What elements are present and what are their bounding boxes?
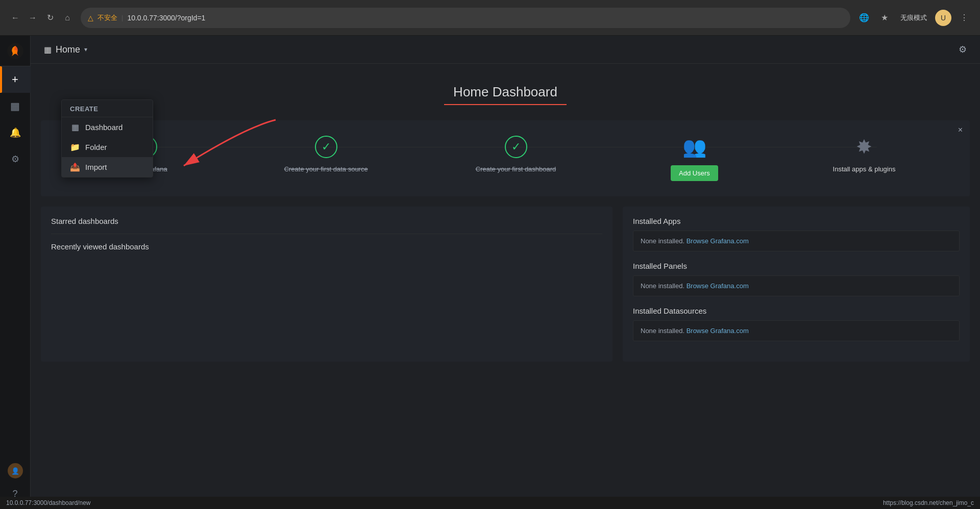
step-check-dashboard: ✓	[505, 136, 527, 158]
address-text: 10.0.0.77:3000/?orgId=1	[127, 14, 205, 22]
svg-point-1	[13, 50, 17, 54]
bottom-right-url: https://blog.csdn.net/chen_jimo_c	[883, 499, 974, 506]
main-area: ▦ Home ▾ ⚙ Create ▦ Dashboard 📁 Folder 📤	[31, 36, 980, 509]
sidebar-item-configuration[interactable]: ⚙	[0, 146, 31, 172]
add-users-button[interactable]: Add Users	[671, 165, 718, 181]
sidebar-item-dashboards[interactable]: ▦	[0, 93, 31, 119]
step-label-dashboard: Create your first dashboard	[476, 165, 556, 173]
setup-steps: × ✓ Install Grafana ✓ Create your first …	[41, 120, 970, 196]
step-label-datasource: Create your first data source	[284, 165, 368, 173]
app-container: + ▦ 🔔 ⚙ 👤 ? ▦ Home ▾	[0, 36, 980, 509]
user-avatar-chrome[interactable]: U	[935, 10, 951, 26]
chevron-down-icon: ▾	[84, 46, 87, 53]
home-nav[interactable]: ▦ Home ▾	[39, 41, 92, 58]
bottom-left-url: 10.0.0.77:3000/dashboard/new	[6, 499, 90, 506]
page-title-underline	[444, 104, 567, 105]
settings-icon: ⚙	[959, 44, 967, 55]
dropdown-item-folder[interactable]: 📁 Folder	[62, 137, 153, 157]
step-install-plugins: ✸ Install apps & plugins	[833, 136, 896, 173]
divider-1	[51, 234, 602, 234]
dashboard-menu-label: Dashboard	[85, 123, 122, 132]
topbar-settings-button[interactable]: ⚙	[953, 40, 972, 59]
browse-apps-link[interactable]: Browse Grafana.com	[687, 237, 749, 245]
home-nav-label: Home	[56, 44, 80, 55]
create-dropdown-menu: Create ▦ Dashboard 📁 Folder 📤 Import	[61, 99, 153, 177]
warning-icon: △	[88, 14, 93, 22]
grid-icon: ▦	[44, 45, 52, 55]
close-setup-button[interactable]: ×	[958, 125, 963, 135]
installed-panels-section: Installed Panels None installed. Browse …	[633, 262, 960, 296]
folder-menu-label: Folder	[85, 143, 107, 151]
step-data-source: ✓ Create your first data source	[284, 136, 368, 173]
plugins-icon: ✸	[856, 136, 872, 158]
dropdown-item-import[interactable]: 📤 Import	[62, 157, 153, 177]
create-icon: +	[12, 73, 18, 86]
installed-datasources-none: None installed.	[641, 327, 684, 335]
browser-actions: 🌐 ★ 无痕模式 U ⋮	[856, 10, 972, 26]
menu-button[interactable]: ⋮	[957, 10, 972, 26]
step-first-dashboard: ✓ Create your first dashboard	[476, 136, 556, 173]
installed-panels-box: None installed. Browse Grafana.com	[633, 275, 960, 296]
bookmark-button[interactable]: ★	[877, 10, 892, 26]
step-check-datasource: ✓	[315, 136, 337, 158]
check-icon-dashboard: ✓	[511, 140, 521, 154]
gear-icon: ⚙	[11, 154, 19, 165]
sidebar-logo[interactable]	[0, 36, 31, 66]
users-icon: 👥	[682, 136, 706, 158]
user-avatar[interactable]: 👤	[8, 463, 23, 478]
sidebar: + ▦ 🔔 ⚙ 👤 ?	[0, 36, 31, 509]
back-button[interactable]: ←	[8, 11, 22, 25]
avatar-icon: 👤	[11, 467, 19, 475]
sidebar-item-alerts[interactable]: 🔔	[0, 119, 31, 146]
forward-button[interactable]: →	[26, 11, 40, 25]
browser-nav-buttons: ← → ↻ ⌂	[8, 11, 75, 25]
dashboards-icon: ▦	[10, 100, 20, 112]
page-title: Home Dashboard	[31, 84, 980, 100]
status-bar: 10.0.0.77:3000/dashboard/new https://blo…	[0, 497, 980, 509]
page-title-section: Home Dashboard	[31, 64, 980, 120]
bell-icon: 🔔	[10, 127, 21, 138]
browse-datasources-link[interactable]: Browse Grafana.com	[687, 327, 749, 335]
address-bar[interactable]: △ 不安全 | 10.0.0.77:3000/?orgId=1	[81, 8, 850, 28]
dashboard-content: Starred dashboards Recently viewed dashb…	[41, 207, 970, 372]
home-button[interactable]: ⌂	[60, 11, 75, 25]
installed-apps-title: Installed Apps	[633, 217, 960, 225]
check-icon-datasource: ✓	[322, 140, 331, 154]
browser-chrome: ← → ↻ ⌂ △ 不安全 | 10.0.0.77:3000/?orgId=1 …	[0, 0, 980, 36]
top-bar: ▦ Home ▾ ⚙	[31, 36, 980, 64]
installed-apps-section: Installed Apps None installed. Browse Gr…	[633, 217, 960, 251]
browse-panels-link[interactable]: Browse Grafana.com	[687, 282, 749, 290]
reload-button[interactable]: ↻	[43, 11, 57, 25]
grafana-logo-icon	[7, 43, 23, 59]
installed-datasources-section: Installed Datasources None installed. Br…	[633, 307, 960, 341]
starred-dashboards-title[interactable]: Starred dashboards	[51, 217, 602, 225]
installed-datasources-box: None installed. Browse Grafana.com	[633, 320, 960, 341]
installed-panels-title: Installed Panels	[633, 262, 960, 270]
step-label-plugins: Install apps & plugins	[833, 165, 896, 173]
import-menu-icon: 📤	[70, 162, 80, 172]
installed-panels-none: None installed.	[641, 282, 684, 290]
installed-apps-none: None installed.	[641, 237, 684, 245]
incognito-label: 无痕模式	[900, 13, 927, 22]
right-panel: Installed Apps None installed. Browse Gr…	[623, 207, 970, 362]
import-menu-label: Import	[85, 163, 107, 171]
dashboard-menu-icon: ▦	[70, 122, 80, 132]
step-add-users: 👥 Add Users	[664, 136, 725, 181]
dropdown-item-dashboard[interactable]: ▦ Dashboard	[62, 117, 153, 137]
left-panel: Starred dashboards Recently viewed dashb…	[41, 207, 612, 362]
recently-viewed-title[interactable]: Recently viewed dashboards	[51, 242, 602, 251]
sidebar-item-create[interactable]: +	[0, 66, 31, 93]
insecure-label: 不安全	[97, 13, 117, 22]
translate-button[interactable]: 🌐	[856, 10, 872, 26]
dropdown-header: Create	[62, 100, 153, 117]
installed-datasources-title: Installed Datasources	[633, 307, 960, 315]
folder-menu-icon: 📁	[70, 142, 80, 152]
installed-apps-box: None installed. Browse Grafana.com	[633, 231, 960, 251]
main-content: Home Dashboard × ✓ Install Grafana ✓	[31, 64, 980, 509]
